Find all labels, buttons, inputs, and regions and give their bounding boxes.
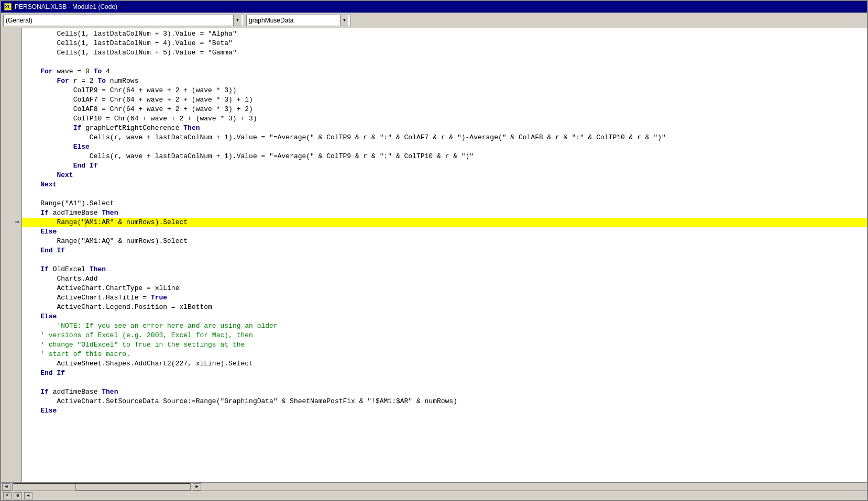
indicator-40 [16, 396, 19, 405]
indicator-2 [16, 38, 19, 47]
indicator-38 [16, 377, 19, 386]
view-normal-btn[interactable]: ≡ [3, 492, 12, 499]
code-line-18 [22, 190, 867, 199]
code-line-13: Else [22, 142, 867, 152]
code-line-7: ColTP9 = Chr(64 + wave + 2 + (wave * 3)) [22, 86, 867, 95]
indicator-9 [16, 104, 19, 113]
indicator-15 [16, 160, 19, 170]
code-line-41: Else [22, 406, 867, 416]
code-line-22: Else [22, 227, 867, 237]
code-line-19: Range("A1").Select [22, 199, 867, 208]
indicator-39 [16, 386, 19, 396]
scrollbar-thumb[interactable] [13, 484, 76, 491]
indicator-20 [16, 207, 19, 217]
code-line-3: Cells(1, lastDataColNum + 5).Value = "Ga… [22, 48, 867, 58]
code-line-8: ColAF7 = Chr(64 + wave + 2 + (wave * 3) … [22, 95, 867, 105]
indicator-36 [16, 358, 19, 368]
code-line-5: For wave = 0 To 4 [22, 67, 867, 76]
scroll-left-nav-btn[interactable]: ◄ [24, 492, 32, 499]
code-line-15: End If [22, 161, 867, 171]
scroll-left-btn[interactable]: ◄ [2, 483, 10, 491]
code-line-21: Range("AM1:AR" & numRows).Select [22, 218, 867, 227]
line-indicators: ⇒ [1, 28, 22, 482]
code-line-27: Charts.Add [22, 274, 867, 284]
general-dropdown[interactable]: (General) ▼ [3, 15, 244, 26]
indicator-33 [16, 330, 19, 339]
code-editor[interactable]: Cells(1, lastDataColNum + 3).Value = "Al… [22, 28, 867, 482]
code-line-17: Next [22, 180, 867, 190]
indicator-5 [16, 66, 19, 75]
indicator-18 [16, 188, 19, 198]
indicator-12 [16, 132, 19, 141]
view-grid-btn[interactable]: ⊞ [14, 492, 22, 499]
code-line-23: Range("AM1:AQ" & numRows).Select [22, 237, 867, 246]
code-line-34: ' change "OldExcel" to True in the setti… [22, 340, 867, 350]
indicator-26 [16, 264, 19, 273]
procedure-dropdown-arrow[interactable]: ▼ [340, 15, 348, 26]
cursor [85, 218, 85, 227]
indicator-28 [16, 283, 19, 292]
indicator-22 [16, 226, 19, 236]
indicator-31 [16, 311, 19, 320]
general-dropdown-label: (General) [6, 17, 233, 24]
indicator-11 [16, 123, 19, 132]
status-bar: ≡ ⊞ ◄ [1, 491, 867, 500]
procedure-dropdown[interactable]: graphMuseData ▼ [246, 15, 351, 26]
code-line-14: Cells(r, wave + lastDataColNum + 1).Valu… [22, 152, 867, 161]
indicator-4 [16, 57, 19, 66]
indicator-30 [16, 302, 19, 311]
indicator-8 [16, 94, 19, 104]
code-line-16: Next [22, 171, 867, 180]
code-line-26: If OldExcel Then [22, 265, 867, 274]
indicator-7 [16, 85, 19, 94]
code-line-33: ' versions of Excel (e.g. 2003, Excel fo… [22, 331, 867, 340]
code-line-40: ActiveChart.SetSourceData Source:=Range(… [22, 397, 867, 406]
indicator-21: ⇒ [15, 217, 19, 226]
code-line-10: ColTP10 = Chr(64 + wave + 2 + (wave * 3)… [22, 114, 867, 124]
code-line-30: ActiveChart.Legend.Position = xlBottom [22, 303, 867, 312]
indicator-29 [16, 292, 19, 302]
indicator-16 [16, 170, 19, 179]
code-line-6: For r = 2 To numRows [22, 76, 867, 86]
indicator-32 [16, 320, 19, 330]
app-icon: XL [4, 3, 12, 10]
code-line-20: If addTimeBase Then [22, 208, 867, 218]
title-bar: XL PERSONAL.XLSB - Module1 (Code) [1, 1, 867, 13]
toolbar: (General) ▼ graphMuseData ▼ [1, 13, 867, 28]
indicator-23 [16, 236, 19, 245]
indicator-37 [16, 368, 19, 377]
current-line-arrow: ⇒ [15, 217, 19, 226]
scrollbar-track[interactable] [13, 483, 191, 491]
indicator-10 [16, 113, 19, 123]
indicator-17 [16, 179, 19, 188]
indicator-42 [16, 415, 19, 424]
indicator-13 [16, 141, 19, 151]
code-line-31: Else [22, 312, 867, 321]
general-dropdown-arrow[interactable]: ▼ [233, 15, 241, 26]
main-window: XL PERSONAL.XLSB - Module1 (Code) (Gener… [0, 0, 868, 501]
indicator-35 [16, 349, 19, 358]
code-line-12: Cells(r, wave + lastDataColNum + 1).Valu… [22, 133, 867, 142]
code-line-38 [22, 378, 867, 387]
indicator-25 [16, 254, 19, 264]
horizontal-scrollbar[interactable]: ◄ ► [1, 482, 867, 491]
indicator-34 [16, 339, 19, 349]
procedure-dropdown-label: graphMuseData [249, 17, 340, 24]
code-line-9: ColAF8 = Chr(64 + wave + 2 + (wave * 3) … [22, 105, 867, 114]
code-line-39: If addTimeBase Then [22, 387, 867, 397]
code-line-1: Cells(1, lastDataColNum + 3).Value = "Al… [22, 29, 867, 39]
indicator-1 [16, 28, 19, 38]
indicator-27 [16, 273, 19, 283]
indicator-3 [16, 47, 19, 57]
indicator-41 [16, 405, 19, 415]
code-line-25 [22, 255, 867, 265]
indicator-14 [16, 151, 19, 160]
code-line-37: End If [22, 369, 867, 378]
code-line-11: If graphLeftRightCoherence Then [22, 124, 867, 133]
code-line-32: 'NOTE: If you see an error here and are … [22, 321, 867, 331]
indicator-19 [16, 198, 19, 207]
code-area: ⇒ [1, 28, 867, 482]
code-line-36: ActiveSheet.Shapes.AddChart2(227, xlLine… [22, 359, 867, 369]
scroll-right-btn[interactable]: ► [193, 483, 201, 491]
indicator-24 [16, 245, 19, 254]
